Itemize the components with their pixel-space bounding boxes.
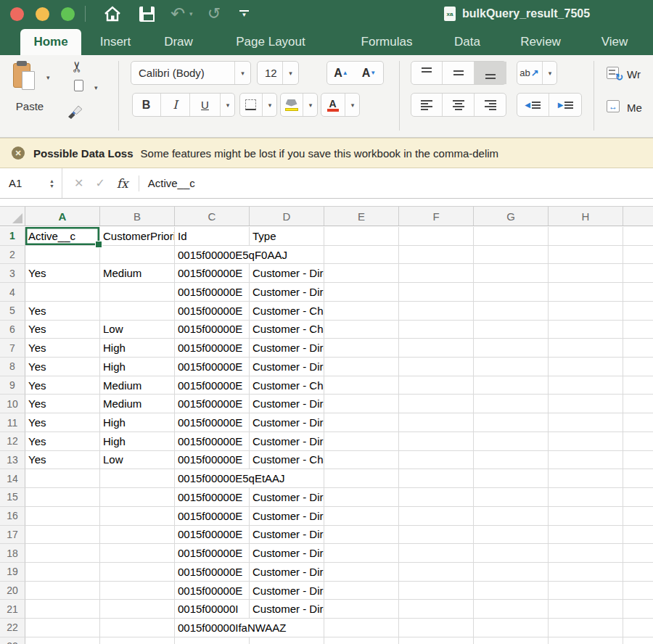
zoom-button[interactable] xyxy=(61,7,75,21)
cell-G7[interactable] xyxy=(474,339,549,358)
cell-G18[interactable] xyxy=(474,544,549,563)
cell-C1[interactable]: Id xyxy=(175,227,250,246)
cell-E11[interactable] xyxy=(324,413,399,432)
cell-B15[interactable] xyxy=(100,488,175,507)
cell-C12[interactable]: 0015f00000E xyxy=(175,432,250,451)
cell-F10[interactable] xyxy=(399,395,474,413)
cell-G6[interactable] xyxy=(474,321,549,339)
cell-E7[interactable] xyxy=(324,339,399,358)
cell-G16[interactable] xyxy=(474,507,549,526)
borders-dropdown-icon[interactable]: ▾ xyxy=(263,94,277,116)
cell-D5[interactable]: Customer - Channel xyxy=(250,302,324,321)
column-header-H[interactable]: H xyxy=(549,207,623,226)
cell-A1[interactable]: Active__c xyxy=(25,227,100,246)
font-size-select[interactable]: 12 ▾ xyxy=(257,61,299,85)
cell-B18[interactable] xyxy=(100,544,175,563)
cell-A16[interactable] xyxy=(25,507,100,526)
cell-C5[interactable]: 0015f00000E xyxy=(175,302,250,321)
cell-E14[interactable] xyxy=(324,469,399,488)
cell-D18[interactable]: Customer - Direct xyxy=(250,544,324,563)
cell-B23[interactable] xyxy=(100,637,175,644)
cell-G13[interactable] xyxy=(474,451,549,470)
column-header-A[interactable]: A xyxy=(25,207,100,226)
cell-H23[interactable] xyxy=(549,637,623,644)
cell-H20[interactable] xyxy=(549,582,623,600)
fill-color-button[interactable] xyxy=(280,94,303,116)
increase-font-size-button[interactable]: A▲ xyxy=(326,61,356,85)
cell-A4[interactable] xyxy=(25,283,100,302)
row-header-10[interactable]: 10 xyxy=(0,395,25,413)
cell-E19[interactable] xyxy=(324,563,399,582)
row-header-8[interactable]: 8 xyxy=(0,358,25,376)
column-header-D[interactable]: D xyxy=(250,207,324,226)
cell-partial-3[interactable] xyxy=(623,264,653,283)
cell-H16[interactable] xyxy=(549,507,623,526)
cell-H18[interactable] xyxy=(549,544,623,563)
font-color-dropdown-icon[interactable]: ▾ xyxy=(345,94,360,116)
cell-C19[interactable]: 0015f00000E xyxy=(175,563,250,582)
cell-D17[interactable]: Customer - Direct xyxy=(250,526,324,545)
cell-E18[interactable] xyxy=(324,544,399,563)
cell-H5[interactable] xyxy=(549,302,623,321)
cell-G12[interactable] xyxy=(474,432,549,451)
row-header-11[interactable]: 11 xyxy=(0,413,25,432)
font-name-select[interactable]: Calibri (Body) ▾ xyxy=(131,61,251,85)
tab-formulas[interactable]: Formulas xyxy=(345,29,428,55)
cell-partial-20[interactable] xyxy=(623,582,653,600)
row-header-17[interactable]: 17 xyxy=(0,526,25,545)
decrease-indent-button[interactable]: ◀ xyxy=(517,94,549,116)
insert-function-icon[interactable]: fx xyxy=(117,176,128,191)
cell-partial-1[interactable] xyxy=(623,227,653,246)
cell-F6[interactable] xyxy=(399,321,474,339)
merge-center-label[interactable]: Me xyxy=(627,102,642,114)
cell-A22[interactable] xyxy=(25,619,100,637)
cell-G17[interactable] xyxy=(474,526,549,545)
cell-D16[interactable]: Customer - Direct xyxy=(250,507,324,526)
cell-B20[interactable] xyxy=(100,582,175,600)
cut-button[interactable]: ✂ xyxy=(71,58,83,75)
cancel-icon[interactable]: ✕ xyxy=(74,176,83,190)
cell-partial-21[interactable] xyxy=(623,600,653,619)
cell-C13[interactable]: 0015f00000E xyxy=(175,451,250,470)
row-header-12[interactable]: 12 xyxy=(0,432,25,451)
align-bottom-button[interactable] xyxy=(475,62,506,84)
cell-G11[interactable] xyxy=(474,413,549,432)
cell-H19[interactable] xyxy=(549,563,623,582)
tab-review[interactable]: Review xyxy=(505,29,576,55)
cell-D20[interactable]: Customer - Direct xyxy=(250,582,324,600)
cell-G21[interactable] xyxy=(474,600,549,619)
name-box-stepper-icon[interactable]: ▲▼ xyxy=(49,178,54,189)
cell-partial-15[interactable] xyxy=(623,488,653,507)
cell-E16[interactable] xyxy=(324,507,399,526)
cell-partial-4[interactable] xyxy=(623,283,653,302)
cell-E12[interactable] xyxy=(324,432,399,451)
cell-E23[interactable] xyxy=(324,637,399,644)
cell-G4[interactable] xyxy=(474,283,549,302)
cell-C21[interactable]: 0015f00000I xyxy=(175,600,250,619)
cell-F4[interactable] xyxy=(399,283,474,302)
row-header-21[interactable]: 21 xyxy=(0,600,25,619)
row-header-20[interactable]: 20 xyxy=(0,582,25,600)
cell-H14[interactable] xyxy=(549,469,623,488)
cell-C10[interactable]: 0015f00000E xyxy=(175,395,250,413)
cell-partial-19[interactable] xyxy=(623,563,653,582)
cell-D3[interactable]: Customer - Direct xyxy=(250,264,324,283)
cell-D12[interactable]: Customer - Direct xyxy=(250,432,324,451)
cell-H15[interactable] xyxy=(549,488,623,507)
cell-D4[interactable]: Customer - Direct xyxy=(250,283,324,302)
cell-F19[interactable] xyxy=(399,563,474,582)
cell-E21[interactable] xyxy=(324,600,399,619)
paste-button[interactable] xyxy=(13,61,35,90)
wrap-text-label[interactable]: Wr xyxy=(627,68,641,80)
cell-D8[interactable]: Customer - Direct xyxy=(250,358,324,376)
decrease-font-size-button[interactable]: A▼ xyxy=(355,61,384,85)
cell-E20[interactable] xyxy=(324,582,399,600)
cell-A7[interactable]: Yes xyxy=(25,339,100,358)
cell-D6[interactable]: Customer - Channel xyxy=(250,321,324,339)
cell-C11[interactable]: 0015f00000E xyxy=(175,413,250,432)
cell-C15[interactable]: 0015f00000E xyxy=(175,488,250,507)
formula-bar-content[interactable]: Active__c xyxy=(148,177,195,189)
cell-H7[interactable] xyxy=(549,339,623,358)
cell-partial-22[interactable] xyxy=(623,619,653,637)
cell-H13[interactable] xyxy=(549,451,623,470)
